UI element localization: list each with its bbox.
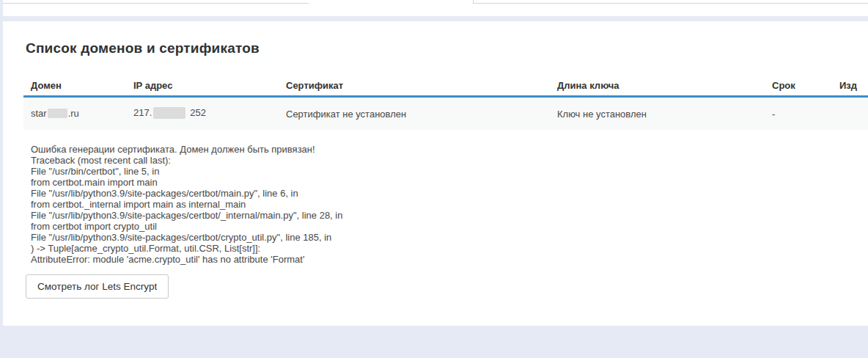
- cell-domain: star.ru: [23, 108, 133, 120]
- domain-prefix: star: [31, 108, 47, 119]
- header-key-length: Длина ключа: [557, 80, 772, 91]
- tab-strip: [0, 0, 868, 16]
- domain-suffix: .ru: [68, 108, 79, 119]
- error-line: AttributeError: module 'acme.crypto_util…: [31, 254, 837, 265]
- cell-term: -: [772, 109, 839, 120]
- table-row[interactable]: star.ru 217.252 Сертификат не установлен…: [23, 98, 868, 130]
- tab-active[interactable]: [309, 0, 474, 4]
- certificate-error-traceback: Ошибка генерации сертификата. Домен долж…: [31, 144, 837, 265]
- ip-suffix: 252: [190, 107, 206, 118]
- domains-table: Домен IP адрес Сертификат Длина ключа Ср…: [23, 76, 868, 130]
- error-line: File "/usr/bin/certbot", line 5, in: [31, 166, 837, 177]
- page-background-bottom: [0, 326, 868, 358]
- view-lets-encrypt-log-button[interactable]: Смотреть лог Lets Encrypt: [26, 274, 169, 299]
- error-line: from certbot.main import main: [31, 177, 837, 188]
- cell-key-length: Ключ не установлен: [557, 109, 772, 120]
- error-line: from certbot import crypto_util: [31, 221, 837, 232]
- error-line: from certbot._internal import main as in…: [31, 199, 837, 210]
- header-certificate: Сертификат: [286, 80, 557, 91]
- redacted-block: [153, 107, 185, 119]
- cell-certificate: Сертификат не установлен: [286, 109, 557, 120]
- domains-card: Список доменов и сертификатов Домен IP а…: [3, 21, 868, 326]
- error-line: File "/usr/lib/python3.9/site-packages/c…: [31, 210, 837, 221]
- header-ip: IP адрес: [133, 80, 286, 91]
- ip-prefix: 217.: [133, 107, 152, 118]
- redacted-block: [48, 109, 67, 118]
- error-line: Traceback (most recent call last):: [31, 155, 837, 166]
- error-line: File "/usr/lib/python3.9/site-packages/c…: [31, 188, 837, 199]
- panel-screen: Список доменов и сертификатов Домен IP а…: [0, 0, 868, 358]
- tab-left[interactable]: [0, 0, 309, 4]
- page-title: Список доменов и сертификатов: [26, 40, 260, 56]
- error-line: Ошибка генерации сертификата. Домен долж…: [31, 144, 837, 155]
- header-domain: Домен: [23, 80, 133, 91]
- header-term: Срок: [772, 80, 839, 91]
- cell-ip: 217.252: [133, 107, 286, 120]
- page-background-band: [0, 16, 868, 21]
- table-header-row: Домен IP адрес Сертификат Длина ключа Ср…: [23, 76, 868, 98]
- header-issuer-truncated: Изд: [839, 80, 868, 91]
- error-line: ) -> Tuple[acme_crypto_util.Format, util…: [31, 243, 837, 254]
- tab-right[interactable]: [473, 0, 868, 4]
- error-line: File "/usr/lib/python3.9/site-packages/c…: [31, 232, 837, 243]
